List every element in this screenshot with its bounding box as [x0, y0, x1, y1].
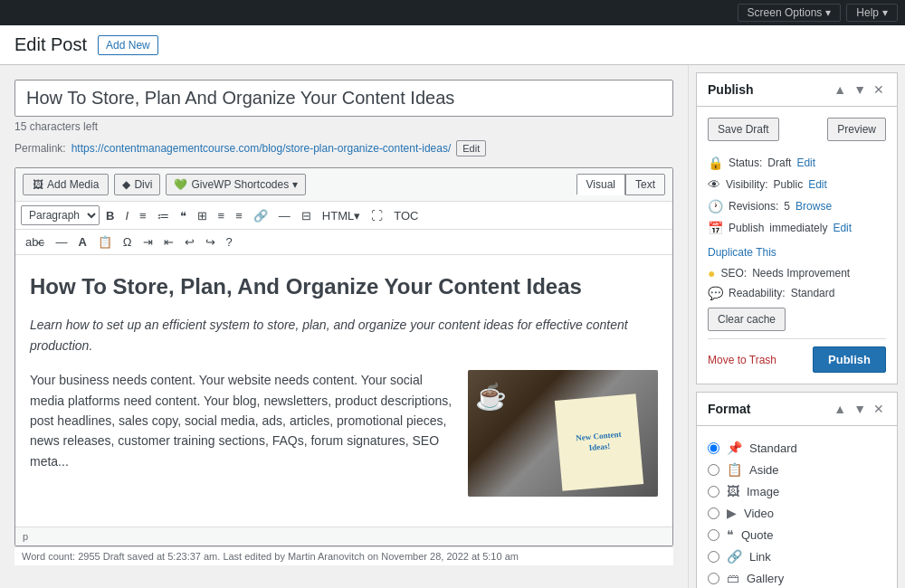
custom-chars-button[interactable]: ⊟ — [297, 207, 316, 224]
more-button[interactable]: — — [274, 207, 295, 224]
redo-button[interactable]: ↪ — [201, 233, 220, 251]
sidebar-padding: Publish ▲ ▼ ✕ Save Draft Preview 🔒 — [689, 65, 905, 588]
toc-button[interactable]: TOC — [389, 207, 423, 224]
revisions-browse-link[interactable]: Browse — [795, 200, 832, 213]
format-icon-video: ▶ — [727, 506, 737, 520]
blockquote-button[interactable]: ❝ — [176, 207, 191, 224]
link-button[interactable]: 🔗 — [249, 207, 272, 224]
format-label-aside[interactable]: Aside — [749, 463, 779, 477]
visibility-value: Public — [773, 178, 803, 191]
paragraph-select[interactable]: Paragraph — [21, 205, 100, 225]
editor-area: 15 characters left Permalink: https://co… — [0, 65, 688, 588]
indent-button[interactable]: ⇥ — [138, 233, 157, 251]
text-tab[interactable]: Text — [625, 174, 665, 195]
readability-row: 💬 Readability: Standard — [708, 286, 886, 300]
html-button[interactable]: HTML▾ — [318, 207, 365, 224]
readability-icon: 💬 — [708, 286, 723, 300]
publish-panel-header[interactable]: Publish ▲ ▼ ✕ — [697, 73, 897, 107]
move-to-trash-link[interactable]: Move to Trash — [708, 354, 776, 366]
format-radio-video[interactable] — [708, 507, 719, 519]
format-label-quote[interactable]: Quote — [741, 528, 773, 542]
unordered-list-button[interactable]: ≡ — [135, 207, 151, 224]
format-item-standard: 📌 Standard — [708, 437, 886, 459]
format-radio-quote[interactable] — [708, 529, 719, 541]
duplicate-link[interactable]: Duplicate This — [708, 246, 886, 259]
save-draft-button[interactable]: Save Draft — [708, 118, 779, 141]
clear-cache-button[interactable]: Clear cache — [708, 308, 786, 331]
chevron-down-icon: ▾ — [292, 178, 298, 191]
publish-panel-content: Save Draft Preview 🔒 Status: Draft Edit … — [697, 107, 897, 384]
separator-button[interactable]: — — [51, 233, 71, 251]
format-collapse-down-button[interactable]: ▼ — [852, 400, 868, 418]
publish-collapse-up-button[interactable]: ▲ — [832, 81, 848, 99]
word-count: Word count: 2955 — [22, 551, 100, 562]
permalink-row: Permalink: https://contentmanagementcour… — [14, 140, 673, 156]
paste-text-button[interactable]: 📋 — [93, 233, 117, 251]
post-title-input[interactable] — [14, 80, 673, 117]
editor-content[interactable]: How To Store, Plan, And Organize Your Co… — [15, 255, 672, 526]
keyboard-shortcuts-button[interactable]: ? — [222, 233, 237, 251]
permalink-edit-button[interactable]: Edit — [456, 140, 486, 156]
editor-container: 🖼 Add Media ◆ Divi 💚 GiveWP Shortcodes ▾… — [14, 167, 673, 546]
special-chars-button[interactable]: Ω — [119, 233, 137, 251]
permalink-url[interactable]: https://contentmanagementcourse.com/blog… — [71, 142, 452, 155]
visual-tab[interactable]: Visual — [576, 174, 625, 195]
help-button[interactable]: Help ▾ — [846, 4, 898, 22]
add-new-button[interactable]: Add New — [98, 35, 158, 55]
format-label-link[interactable]: Link — [749, 550, 771, 564]
readability-value: Standard — [791, 287, 835, 299]
format-label-image[interactable]: Image — [747, 485, 779, 498]
visibility-edit-link[interactable]: Edit — [808, 178, 827, 191]
align-right-button[interactable]: ≡ — [231, 207, 247, 224]
editor-topbar-left: 🖼 Add Media ◆ Divi 💚 GiveWP Shortcodes ▾ — [23, 174, 306, 195]
format-radio-standard[interactable] — [708, 442, 719, 454]
status-row: 🔒 Status: Draft Edit — [708, 152, 886, 174]
format-close-button[interactable]: ✕ — [872, 400, 886, 418]
strikethrough-button[interactable]: abc̶ — [21, 233, 49, 251]
admin-header: Edit Post Add New — [0, 25, 905, 65]
publish-collapse-down-button[interactable]: ▼ — [852, 81, 868, 99]
publish-timing-edit-link[interactable]: Edit — [833, 222, 852, 234]
format-label-video[interactable]: Video — [744, 507, 774, 520]
format-radio-image[interactable] — [708, 486, 719, 498]
seo-value: Needs Improvement — [752, 267, 850, 280]
revisions-label: Revisions: — [729, 200, 778, 213]
givewp-button[interactable]: 💚 GiveWP Shortcodes ▾ — [166, 174, 306, 195]
format-list: 📌 Standard 📋 Aside 🖼 Image ▶ Video ❝ Quo… — [708, 437, 886, 588]
fullscreen-button[interactable]: ⛶ — [367, 207, 387, 224]
text-color-button[interactable]: A — [73, 233, 90, 251]
revisions-icon: 🕐 — [708, 199, 723, 213]
publish-close-button[interactable]: ✕ — [872, 81, 886, 99]
publish-panel-controls: ▲ ▼ ✕ — [832, 81, 886, 99]
publish-button[interactable]: Publish — [813, 346, 886, 373]
format-radio-aside[interactable] — [708, 464, 719, 476]
format-radio-gallery[interactable] — [708, 573, 719, 584]
status-edit-link[interactable]: Edit — [796, 156, 815, 169]
format-icon-gallery: 🗃 — [727, 571, 739, 585]
screen-options-button[interactable]: Screen Options ▾ — [738, 4, 842, 22]
bold-button[interactable]: B — [101, 207, 119, 224]
content-text: Your business needs content. Your websit… — [30, 370, 453, 497]
format-radio-link[interactable] — [708, 551, 719, 563]
preview-button[interactable]: Preview — [827, 118, 886, 141]
align-left-button[interactable]: ⊞ — [193, 207, 212, 224]
outdent-button[interactable]: ⇤ — [159, 233, 178, 251]
seo-row: ● SEO: Needs Improvement — [708, 266, 886, 280]
status-bar: Word count: 2955 Draft saved at 5:23:37 … — [14, 546, 673, 565]
divi-button[interactable]: ◆ Divi — [114, 174, 160, 195]
undo-button[interactable]: ↩ — [180, 233, 199, 251]
divi-icon: ◆ — [122, 178, 130, 191]
main-layout: 15 characters left Permalink: https://co… — [0, 65, 905, 588]
revisions-row: 🕐 Revisions: 5 Browse — [708, 195, 886, 217]
align-center-button[interactable]: ≡ — [214, 207, 230, 224]
format-label-gallery[interactable]: Gallery — [747, 572, 784, 585]
permalink-label: Permalink: — [14, 142, 66, 155]
format-panel-header[interactable]: Format ▲ ▼ ✕ — [697, 393, 897, 426]
format-label-standard[interactable]: Standard — [749, 441, 797, 455]
add-media-button[interactable]: 🖼 Add Media — [23, 174, 109, 195]
italic-button[interactable]: I — [120, 207, 133, 224]
ordered-list-button[interactable]: ≔ — [153, 207, 174, 224]
format-collapse-up-button[interactable]: ▲ — [832, 400, 848, 418]
format-panel: Format ▲ ▼ ✕ 📌 Standard 📋 Aside 🖼 Image — [696, 392, 898, 588]
publish-meta: 🔒 Status: Draft Edit 👁 Visibility: Publi… — [708, 152, 886, 239]
